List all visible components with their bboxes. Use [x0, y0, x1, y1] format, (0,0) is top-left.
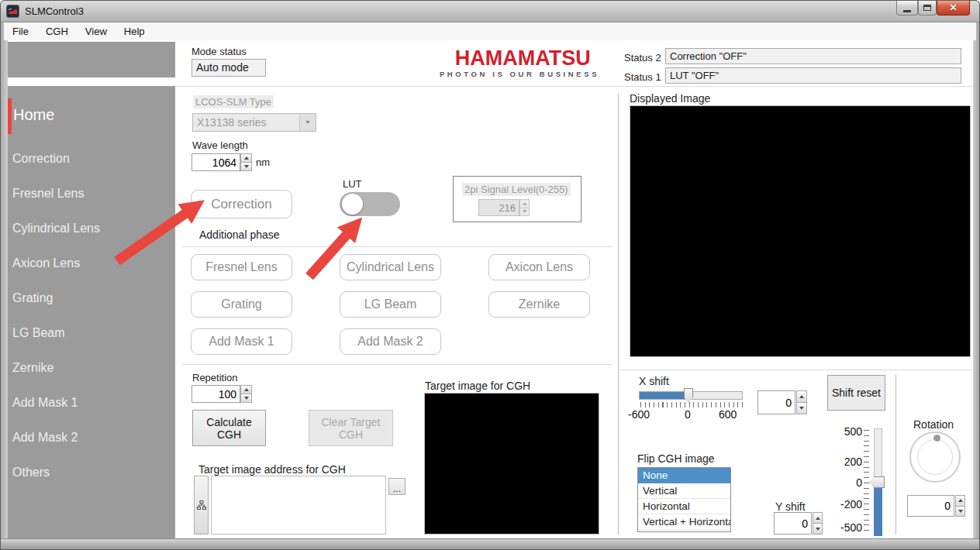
spinner-up-icon[interactable] — [955, 495, 965, 507]
menu-cgh[interactable]: CGH — [37, 23, 77, 40]
logo-text: HAMAMATSU — [437, 45, 609, 70]
clear-target-cgh-button: Clear Target CGH — [309, 410, 393, 446]
sidebar-item-others[interactable]: Others — [12, 466, 50, 480]
y-shift-slider-track[interactable] — [874, 428, 882, 483]
fresnel-lens-button[interactable]: Fresnel Lens — [191, 254, 292, 280]
spinner-down-icon[interactable] — [813, 524, 823, 535]
x-tick-label: 600 — [719, 408, 737, 421]
rotation-input[interactable]: 0 — [907, 495, 954, 517]
x-shift-tick-marks — [640, 402, 743, 407]
separator — [182, 364, 612, 365]
header-separator — [175, 86, 973, 87]
y-tick-label: 200 — [836, 455, 862, 468]
cylindrical-lens-button[interactable]: Cylindrical Lens — [340, 254, 441, 280]
rotation-knob-indicator — [933, 435, 940, 442]
y-tick-label: -500 — [836, 521, 862, 534]
tree-browse-button[interactable] — [194, 476, 209, 535]
sidebar-item-home[interactable]: Home — [13, 106, 54, 124]
sidebar-item-add-mask-2[interactable]: Add Mask 2 — [12, 431, 78, 445]
minimize-button[interactable] — [896, 0, 918, 15]
close-button[interactable]: ✕ — [937, 0, 970, 15]
wavelength-input[interactable]: 1064 — [192, 153, 240, 171]
sidebar-item-add-mask-1[interactable]: Add Mask 1 — [12, 396, 78, 410]
vertical-separator — [895, 375, 896, 535]
dropdown-arrow-icon — [299, 114, 316, 131]
rotation-spinner — [955, 495, 965, 517]
wavelength-unit: nm — [256, 156, 270, 168]
hamamatsu-logo: HAMAMATSU PHOTON IS OUR BUSINESS — [437, 45, 602, 78]
rotation-knob[interactable] — [909, 431, 961, 483]
flip-option-vertical-horizontal[interactable]: Vertical + Horizontal — [638, 514, 730, 530]
lcos-type-dropdown[interactable]: X13138 series — [192, 113, 316, 132]
x-shift-slider-fill — [640, 392, 688, 399]
sidebar-item-lg-beam[interactable]: LG Beam — [12, 326, 65, 340]
y-shift-spinner — [813, 512, 823, 535]
lut-toggle[interactable] — [340, 192, 400, 216]
sidebar-item-zernike[interactable]: Zernike — [12, 361, 53, 375]
y-shift-slider-fill[interactable] — [874, 486, 882, 536]
repetition-label: Repetition — [192, 372, 238, 383]
target-address-input[interactable] — [211, 476, 386, 535]
x-shift-input[interactable]: 0 — [757, 390, 795, 414]
x-shift-spinner — [796, 390, 807, 414]
menu-help[interactable]: Help — [116, 23, 154, 40]
spinner-down-icon[interactable] — [955, 507, 965, 517]
sidebar-item-grating[interactable]: Grating — [12, 291, 53, 305]
x-tick-label: -600 — [628, 408, 650, 421]
flip-option-none[interactable]: None — [638, 468, 730, 483]
spinner-down-icon[interactable] — [796, 403, 807, 414]
sidebar-item-axicon-lens[interactable]: Axicon Lens — [12, 256, 80, 270]
sidebar-top-block — [8, 42, 175, 77]
mode-status-label: Mode status — [192, 46, 247, 57]
rotation-label: Rotation — [913, 418, 954, 431]
calculate-cgh-button[interactable]: Calculate CGH — [192, 410, 266, 446]
spinner-up-icon[interactable] — [240, 153, 252, 163]
repetition-spinner — [240, 385, 252, 403]
flip-cgh-label: Flip CGH image — [637, 452, 715, 465]
maximize-button[interactable] — [918, 0, 937, 15]
sidebar-item-fresnel-lens[interactable]: Fresnel Lens — [12, 187, 85, 201]
titlebar[interactable]: SLMControl3 ✕ — [0, 0, 980, 22]
repetition-input[interactable]: 100 — [192, 385, 240, 403]
grating-button[interactable]: Grating — [191, 291, 292, 318]
spinner-up-icon[interactable] — [796, 390, 807, 403]
add-mask-2-button[interactable]: Add Mask 2 — [340, 328, 441, 355]
y-shift-label: Y shift — [775, 500, 806, 513]
browse-button[interactable]: ... — [388, 478, 405, 495]
shift-reset-button[interactable]: Shift reset — [827, 375, 885, 411]
flip-option-vertical[interactable]: Vertical — [638, 483, 730, 499]
sidebar-item-cylindrical-lens[interactable]: Cylindrical Lens — [12, 222, 100, 235]
menu-view[interactable]: View — [77, 23, 116, 40]
target-image-panel — [424, 393, 599, 535]
lg-beam-button[interactable]: LG Beam — [340, 291, 441, 318]
lcos-type-label: LCOS-SLM Type — [193, 95, 274, 108]
menu-file[interactable]: File — [4, 23, 37, 40]
app-window: SLMControl3 ✕ File CGH View Help Home Co… — [0, 0, 980, 550]
x-shift-slider-thumb[interactable] — [684, 388, 693, 403]
correction-button[interactable]: Correction — [191, 190, 292, 218]
status2-label: Status 2 — [624, 52, 661, 64]
rotation-knob-inner — [917, 439, 953, 475]
spinner-up-icon[interactable] — [240, 385, 252, 394]
axicon-lens-button[interactable]: Axicon Lens — [488, 254, 590, 280]
window-frame-bottom — [0, 538, 980, 550]
spinner-down-icon[interactable] — [240, 163, 252, 171]
y-shift-slider-thumb[interactable] — [869, 476, 885, 488]
zernike-button[interactable]: Zernike — [488, 291, 590, 318]
flip-cgh-listbox: None Vertical Horizontal Vertical + Hori… — [637, 467, 731, 532]
menubar: File CGH View Help — [4, 22, 976, 40]
target-address-label: Target image address for CGH — [198, 463, 346, 476]
x-shift-label: X shift — [639, 375, 669, 387]
window-title: SLMControl3 — [25, 5, 84, 17]
mode-status-field: Auto mode — [192, 59, 266, 77]
spinner-down-icon[interactable] — [240, 394, 252, 403]
spinner-down-icon — [519, 208, 530, 217]
y-shift-input[interactable]: 0 — [774, 512, 812, 535]
add-mask-1-button[interactable]: Add Mask 1 — [191, 328, 292, 355]
sidebar-item-correction[interactable]: Correction — [12, 152, 70, 166]
flip-option-horizontal[interactable]: Horizontal — [638, 499, 730, 514]
target-image-label: Target image for CGH — [425, 380, 530, 392]
additional-phase-label: Additional phase — [199, 229, 280, 241]
y-tick-label: -200 — [836, 498, 862, 510]
spinner-up-icon[interactable] — [813, 512, 823, 524]
